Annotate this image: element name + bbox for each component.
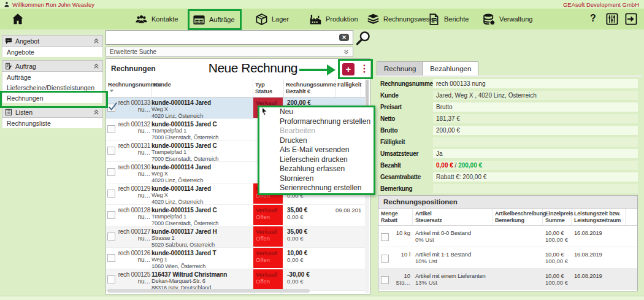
production-icon bbox=[309, 13, 322, 26]
menu-item-bezahlung-erfassen[interactable]: Bezahlung erfassen bbox=[259, 164, 374, 174]
invoice-row[interactable]: rech 000128 nu…kunde-0000115 Jared CTram… bbox=[106, 205, 366, 226]
positions-title: Rechnungspositionen bbox=[378, 196, 637, 209]
nav-item-aufträge[interactable]: Aufträge bbox=[188, 9, 242, 30]
sidebar-group-listen[interactable]: Listen bbox=[2, 106, 103, 118]
position-checkbox[interactable] bbox=[381, 233, 389, 241]
sidebar-group-angebot[interactable]: Angebot bbox=[2, 35, 103, 47]
position-article-cell: Artikel mit einem Lieferanten13% Ust bbox=[413, 269, 493, 290]
separator: / bbox=[453, 162, 458, 169]
status-badge: VerkaufOffen bbox=[253, 269, 283, 290]
menu-item-drucken[interactable]: Drucken bbox=[259, 136, 374, 146]
invoice-row[interactable]: rech 000126 nu…kunde-0000113 Jared TWeg … bbox=[106, 248, 366, 269]
home-icon[interactable] bbox=[11, 12, 25, 26]
tax-rate: 0% Ust bbox=[413, 236, 493, 243]
new-invoice-button[interactable]: + bbox=[342, 63, 355, 75]
field-value: 0,00 € / 200,00 € bbox=[433, 161, 638, 170]
chevron-double-up-icon bbox=[93, 63, 99, 69]
row-checkbox[interactable] bbox=[107, 233, 115, 240]
position-extra-cell bbox=[626, 269, 637, 290]
status-badge: VerkaufOffen bbox=[253, 248, 283, 268]
menu-item-serienrechnung-erstellen[interactable]: Serienrechnung erstellen bbox=[259, 183, 374, 193]
nav-item-berichte[interactable]: Berichte bbox=[427, 9, 469, 29]
customer-cell: kunde-0000114 JaredWeg X4020 Linz, Öster… bbox=[151, 183, 253, 204]
contacts-icon bbox=[135, 13, 148, 26]
menu-item-proformarechnung-erstellen[interactable]: Proformarechnung erstellen bbox=[259, 117, 374, 127]
customer-cell: kunde-0000113 Jared TWeg 11060 Wien, Öst… bbox=[151, 248, 253, 269]
position-extra-cell bbox=[626, 226, 637, 247]
position-row[interactable]: 10 kgArtikel mit 0-0 Bestand0% Ust10,00 … bbox=[378, 226, 637, 247]
nav-item-produktion[interactable]: Produktion bbox=[309, 9, 358, 29]
administration-icon bbox=[483, 13, 496, 26]
row-checkbox[interactable] bbox=[107, 275, 115, 283]
column-header[interactable]: Rechnungsnummer bbox=[106, 79, 151, 97]
unit-price: 10,00 € bbox=[543, 269, 572, 279]
positions-column-header[interactable]: Einzelpreis Summe bbox=[543, 209, 572, 225]
row-checkbox[interactable] bbox=[107, 104, 115, 112]
column-header[interactable]: Typ Status bbox=[253, 79, 284, 97]
horizontal-scrollbar[interactable] bbox=[107, 289, 310, 293]
status-type: Verkauf bbox=[256, 250, 283, 256]
position-checkbox[interactable] bbox=[381, 276, 389, 284]
row-checkbox[interactable] bbox=[107, 147, 115, 155]
invoices-table-header: RechnungsnummerKundeTyp StatusRechnungss… bbox=[106, 79, 366, 98]
row-checkbox[interactable] bbox=[107, 190, 115, 198]
position-extra-cell bbox=[626, 247, 637, 268]
menu-item-neu[interactable]: Neu bbox=[259, 107, 374, 117]
invoice-number-cell: rech 000131 nu… bbox=[106, 140, 151, 161]
column-header[interactable]: Kunde bbox=[151, 79, 253, 97]
row-checkbox[interactable] bbox=[107, 211, 115, 219]
customer-address: Dekan-Marquart-Str. 6 bbox=[151, 278, 253, 285]
sidebar-item-rechnungen[interactable]: Rechnungen bbox=[2, 93, 103, 103]
customer-name: kunde-0000115 Jared C bbox=[151, 119, 253, 128]
clear-search-icon[interactable]: ✕ bbox=[339, 34, 349, 41]
sidebar-item-auftr-ge[interactable]: Aufträge bbox=[2, 72, 103, 82]
sidebar-item-lieferscheine-dienstleistungen[interactable]: Lieferscheine/Dienstleistungen bbox=[2, 82, 103, 93]
nav-item-lager[interactable]: Lager bbox=[255, 9, 289, 29]
menu-item-stornieren[interactable]: Stornieren bbox=[259, 174, 374, 184]
nav-item-verwaltung[interactable]: Verwaltung bbox=[483, 9, 532, 29]
tab-rechnung[interactable]: Rechnung bbox=[377, 61, 423, 76]
position-row[interactable]: 10 Stü…Artikel mit einem Lieferanten13% … bbox=[378, 269, 637, 290]
nav-item-kontakte[interactable]: Kontakte bbox=[135, 9, 178, 29]
sidebar-group-auftrag[interactable]: Auftrag bbox=[2, 60, 103, 72]
positions-column-header[interactable]: Menge Rabatt bbox=[378, 209, 413, 225]
column-header[interactable]: Fälligkeit bbox=[335, 79, 361, 97]
sidebar-item-label: Aufträge bbox=[7, 74, 31, 81]
invoice-row[interactable]: rech 000125 nu…116437 Wiltrud Christmann… bbox=[106, 269, 366, 291]
field-label: Rechnungsnummer bbox=[380, 80, 433, 87]
search-icon[interactable] bbox=[355, 30, 371, 46]
help-button[interactable]: ? bbox=[590, 13, 596, 24]
orders-icon bbox=[193, 13, 205, 26]
sidebar-item-angebote[interactable]: Angebote bbox=[2, 47, 103, 57]
position-row[interactable]: 10 lArtikel mit 1-1 Bestand10% Ust10,00 … bbox=[378, 247, 637, 269]
nav-item-rechnungswesen[interactable]: Rechnungswesen bbox=[367, 9, 437, 29]
annotation-arrow-head bbox=[327, 64, 335, 75]
position-article-cell: Artikel mit 0-0 Bestand0% Ust bbox=[413, 226, 493, 247]
positions-column-header[interactable]: Artikelbeschreibung Bemerkung bbox=[493, 209, 543, 225]
positions-column-header[interactable]: Leistungszeit bzw. Leistungszeitraum bbox=[572, 209, 626, 225]
search-input[interactable] bbox=[105, 30, 353, 45]
position-quantity-cell: 10 kg bbox=[378, 226, 413, 247]
logout-icon[interactable] bbox=[624, 12, 638, 26]
row-checkbox[interactable] bbox=[107, 168, 115, 176]
row-checkbox[interactable] bbox=[107, 254, 115, 262]
column-header[interactable]: Rechnungssumme Bezahlt € bbox=[284, 79, 335, 97]
position-period-cell: 16.08.2019 bbox=[572, 269, 626, 290]
invoice-row[interactable]: rech 000127 nu…kunde-0000117 Jared HStra… bbox=[106, 226, 366, 248]
menu-item-als-e-mail-versenden[interactable]: Als E-Mail versenden bbox=[259, 145, 374, 155]
customer-address: Weg X bbox=[151, 106, 253, 113]
field-label: Fälligkeit bbox=[380, 139, 433, 145]
more-options-icon[interactable]: ⋮ bbox=[359, 62, 369, 75]
position-checkbox[interactable] bbox=[381, 255, 389, 263]
sidebar-item-label: Angebote bbox=[7, 48, 34, 56]
customer-cell: 116437 Wiltrud ChristmannDekan-Marquart-… bbox=[151, 269, 253, 290]
sidebar-item-rechnungsliste[interactable]: Rechnungsliste bbox=[2, 118, 103, 128]
settings-icon[interactable] bbox=[605, 12, 619, 26]
field-label: Kunde bbox=[380, 92, 433, 99]
tab-bezahlungen[interactable]: Bezahlungen bbox=[423, 61, 478, 76]
detail-field-row: UmsatzsteuerJa bbox=[380, 148, 642, 160]
menu-item-lieferschein-drucken[interactable]: Lieferschein drucken bbox=[259, 155, 374, 165]
row-checkbox[interactable] bbox=[107, 125, 115, 133]
advanced-search-bar[interactable]: Erweiterte Suche bbox=[105, 47, 353, 57]
positions-column-header[interactable]: Artikel Steuersatz bbox=[413, 209, 493, 225]
